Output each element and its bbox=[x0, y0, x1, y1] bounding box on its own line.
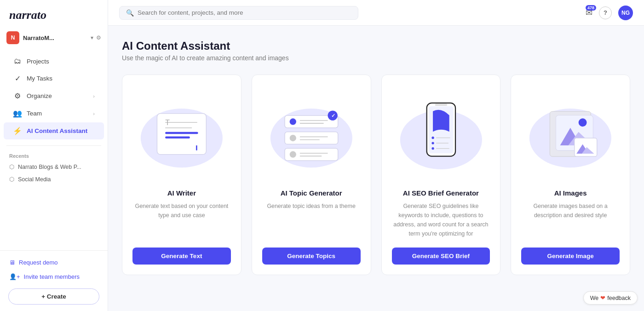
ai-topic-card: ✓ AI Topic Generator Generate topic idea… bbox=[252, 75, 371, 275]
ai-topic-desc: Generate topic ideas from a theme bbox=[267, 202, 355, 238]
page-subtitle: Use the magic of AI to create amazing co… bbox=[122, 54, 630, 62]
svg-point-39 bbox=[579, 118, 587, 127]
ai-writer-illustration: T bbox=[132, 88, 231, 180]
main-content: AI Content Assistant Use the magic of AI… bbox=[108, 26, 644, 311]
sidebar-item-projects[interactable]: 🗂 Projects bbox=[4, 53, 104, 69]
sidebar-item-label: My Tasks bbox=[27, 75, 52, 82]
sidebar-item-organize[interactable]: ⚙ Organize › bbox=[4, 87, 104, 104]
generate-seo-button[interactable]: Generate SEO Brief bbox=[392, 248, 490, 265]
team-icon: 👥 bbox=[13, 109, 22, 118]
svg-point-28 bbox=[431, 142, 434, 144]
ai-topic-title: AI Topic Generator bbox=[281, 189, 342, 197]
org-name: NarratoM... bbox=[23, 35, 87, 41]
sidebar-divider bbox=[6, 145, 101, 146]
mail-button[interactable]: ✉ 478 bbox=[586, 8, 592, 18]
lightning-icon: ⚡ bbox=[13, 127, 22, 135]
svg-rect-6 bbox=[165, 136, 190, 138]
ai-images-title: AI Images bbox=[554, 189, 587, 197]
ai-seo-card: AI SEO Brief Generator Generate SEO guid… bbox=[381, 75, 501, 275]
sidebar-item-label: Team bbox=[27, 110, 42, 117]
search-input[interactable] bbox=[138, 9, 351, 16]
sidebar-item-label: Projects bbox=[27, 58, 49, 65]
ai-seo-illustration bbox=[392, 88, 490, 180]
main-area: 🔍 ✉ 478 ? NG AI Content Assistant Use th… bbox=[108, 0, 644, 311]
help-button[interactable]: ? bbox=[599, 6, 612, 19]
recent-item-blogs[interactable]: ⬡ Narrato Blogs & Web P... bbox=[0, 161, 108, 173]
ai-seo-title: AI SEO Brief Generator bbox=[403, 189, 479, 197]
ai-images-card: AI Images Generate images based on a des… bbox=[511, 75, 630, 275]
sidebar: narrato N NarratoM... ▾ ⚙ 🗂 Projects ✓ M… bbox=[0, 0, 108, 311]
invite-team-label: Invite team members bbox=[24, 273, 80, 280]
organize-icon: ⚙ bbox=[13, 92, 22, 100]
svg-rect-7 bbox=[196, 145, 197, 150]
sidebar-item-label: AI Content Assistant bbox=[27, 127, 87, 134]
sidebar-item-label: Organize bbox=[27, 92, 52, 99]
feedback-pre: We bbox=[590, 295, 599, 301]
request-demo-label: Request demo bbox=[19, 259, 58, 266]
ai-seo-desc: Generate SEO guidelines like keywords to… bbox=[392, 202, 490, 238]
svg-point-26 bbox=[431, 137, 434, 139]
gear-icon[interactable]: ⚙ bbox=[96, 35, 101, 41]
tasks-icon: ✓ bbox=[13, 74, 22, 83]
page-title: AI Content Assistant bbox=[122, 40, 630, 52]
request-demo-button[interactable]: 🖥 Request demo bbox=[0, 255, 108, 270]
svg-point-20 bbox=[289, 151, 296, 157]
org-avatar: N bbox=[6, 31, 19, 44]
create-button[interactable]: + Create bbox=[8, 288, 99, 305]
ai-writer-title: AI Writer bbox=[167, 189, 196, 197]
org-switcher[interactable]: N NarratoM... ▾ ⚙ bbox=[0, 29, 108, 51]
feedback-button[interactable]: We ❤ feedback bbox=[583, 291, 638, 305]
app-logo: narrato bbox=[0, 0, 108, 29]
recent-item-label: Social Media bbox=[18, 176, 51, 183]
monitor-icon: 🖥 bbox=[9, 259, 15, 266]
main-nav: 🗂 Projects ✓ My Tasks ⚙ Organize › 👥 Tea… bbox=[0, 51, 108, 142]
svg-point-30 bbox=[431, 147, 434, 150]
cube-icon: ⬡ bbox=[9, 163, 14, 170]
svg-rect-5 bbox=[165, 132, 198, 134]
ai-topic-illustration: ✓ bbox=[262, 88, 361, 180]
projects-icon: 🗂 bbox=[13, 57, 22, 65]
generate-text-button[interactable]: Generate Text bbox=[132, 248, 231, 265]
sidebar-bottom: 🖥 Request demo 👤+ Invite team members + … bbox=[0, 250, 108, 311]
svg-rect-40 bbox=[575, 138, 597, 156]
org-actions: ▾ ⚙ bbox=[91, 35, 101, 41]
svg-rect-32 bbox=[435, 104, 447, 106]
chevron-right-icon: › bbox=[93, 111, 95, 116]
ai-cards-grid: T AI Writer Generate text based on your … bbox=[122, 75, 630, 275]
search-icon: 🔍 bbox=[126, 9, 134, 17]
mail-badge: 478 bbox=[586, 5, 596, 11]
user-avatar[interactable]: NG bbox=[618, 6, 633, 20]
recent-item-label: Narrato Blogs & Web P... bbox=[18, 164, 81, 170]
svg-point-10 bbox=[289, 118, 296, 125]
invite-team-button[interactable]: 👤+ Invite team members bbox=[0, 270, 108, 284]
ai-images-illustration bbox=[521, 88, 620, 180]
sidebar-item-team[interactable]: 👥 Team › bbox=[4, 105, 104, 122]
ai-writer-card: T AI Writer Generate text based on your … bbox=[122, 75, 242, 275]
chevron-down-icon[interactable]: ▾ bbox=[91, 35, 93, 41]
svg-text:T: T bbox=[165, 118, 170, 126]
recent-item-social[interactable]: ⬡ Social Media bbox=[0, 173, 108, 185]
sidebar-item-ai-content[interactable]: ⚡ AI Content Assistant bbox=[4, 122, 104, 139]
ai-writer-desc: Generate text based on your content type… bbox=[132, 202, 231, 238]
chevron-right-icon: › bbox=[93, 93, 95, 99]
top-header: 🔍 ✉ 478 ? NG bbox=[108, 0, 644, 26]
recents-label: Recents bbox=[0, 150, 108, 161]
svg-point-16 bbox=[289, 135, 296, 141]
sidebar-item-my-tasks[interactable]: ✓ My Tasks bbox=[4, 70, 104, 87]
feedback-post: feedback bbox=[607, 295, 631, 301]
generate-topics-button[interactable]: Generate Topics bbox=[262, 248, 361, 265]
heart-icon: ❤ bbox=[600, 294, 605, 301]
cube-icon: ⬡ bbox=[9, 176, 14, 183]
search-bar[interactable]: 🔍 bbox=[119, 6, 358, 20]
ai-images-desc: Generate images based on a description a… bbox=[521, 202, 620, 238]
header-right: ✉ 478 ? NG bbox=[586, 6, 633, 20]
generate-image-button[interactable]: Generate Image bbox=[521, 248, 620, 265]
add-user-icon: 👤+ bbox=[9, 273, 20, 280]
svg-text:✓: ✓ bbox=[331, 112, 335, 118]
